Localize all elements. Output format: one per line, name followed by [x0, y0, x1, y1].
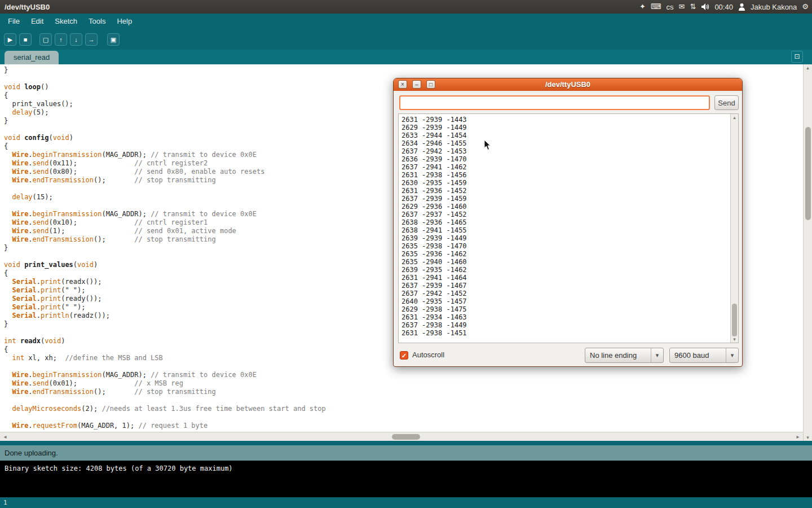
screen: /dev/ttyUSB0 ✦ ⌨ cs ✉ ⇅ 00:40 Jakub Kako… — [0, 0, 812, 508]
serial-monitor-window: × – □ /dev/ttyUSB0 Send 2631 -2939 -1443… — [393, 78, 743, 367]
autoscroll-label: Autoscroll — [412, 351, 444, 359]
close-button[interactable]: × — [398, 80, 407, 89]
serial-line: 2638 -2936 -1465 — [401, 218, 738, 226]
serial-line: 2631 -2938 -1451 — [401, 329, 738, 337]
serial-line: 2630 -2935 -1459 — [401, 179, 738, 187]
mail-icon[interactable]: ✉ — [679, 0, 685, 14]
code-line: Wire.requestFrom(MAG_ADDR, 1); // reques… — [4, 422, 803, 430]
code-line: Wire.send(0x01); // x MSB reg — [4, 379, 803, 388]
line-ending-select[interactable]: No line ending ▾ — [585, 348, 664, 363]
line-ending-value: No line ending — [585, 351, 651, 360]
divider — [0, 441, 812, 445]
clock[interactable]: 00:40 — [714, 3, 733, 11]
serial-line: 2635 -2940 -1460 — [401, 258, 738, 266]
serial-line: 2634 -2946 -1455 — [401, 139, 738, 147]
serial-line: 2629 -2936 -1460 — [401, 203, 738, 211]
serial-output-scroll-thumb[interactable] — [732, 304, 737, 336]
code-line: } — [4, 66, 803, 75]
user-name[interactable]: Jakub Kakona — [751, 3, 797, 11]
open-button[interactable]: ↑ — [55, 33, 67, 46]
scroll-down-icon[interactable]: ▾ — [731, 336, 738, 342]
code-line — [4, 396, 803, 405]
minimize-button[interactable]: – — [412, 80, 421, 89]
menu-sketch[interactable]: Sketch — [49, 14, 83, 29]
serial-line: 2637 -2939 -1459 — [401, 195, 738, 203]
line-indicator: 1 — [0, 497, 812, 508]
serial-lines: 2631 -2939 -14432629 -2939 -14492633 -29… — [399, 114, 738, 337]
serial-line: 2631 -2936 -1452 — [401, 187, 738, 195]
verify-button[interactable]: ▶ — [4, 33, 16, 46]
baud-value: 9600 baud — [670, 351, 726, 360]
serial-line: 2640 -2935 -1457 — [401, 297, 738, 305]
serial-input[interactable] — [399, 95, 710, 110]
save-button[interactable]: ↓ — [70, 33, 82, 46]
window-controls: × – □ — [398, 80, 435, 89]
code-line — [4, 413, 803, 422]
scroll-up-icon[interactable]: ▴ — [804, 65, 812, 71]
code-line: Wire.beginTransmission(MAG_ADDR); // tra… — [4, 371, 803, 379]
code-line: Wire.endTransmission(); // stop transmit… — [4, 388, 803, 396]
serial-line: 2635 -2938 -1470 — [401, 242, 738, 250]
chevron-down-icon[interactable]: ▾ — [651, 348, 663, 362]
editor-horizontal-scroll-thumb[interactable] — [392, 434, 420, 440]
serial-line: 2629 -2938 -1475 — [401, 305, 738, 313]
top-panel: /dev/ttyUSB0 ✦ ⌨ cs ✉ ⇅ 00:40 Jakub Kako… — [0, 0, 812, 14]
serial-output-scrollbar[interactable]: ▴ ▾ — [730, 114, 738, 343]
keyboard-icon[interactable]: ⌨ — [651, 0, 661, 14]
editor-vertical-scrollbar[interactable]: ▴ ▾ — [803, 64, 812, 441]
scroll-right-icon[interactable]: ▸ — [794, 432, 802, 441]
serial-line: 2631 -2941 -1464 — [401, 274, 738, 282]
serial-line: 2638 -2941 -1455 — [401, 226, 738, 234]
tab-serial-read[interactable]: serial_read — [5, 51, 59, 64]
maximize-button[interactable]: □ — [426, 80, 435, 89]
keyboard-layout-label[interactable]: cs — [667, 3, 674, 11]
serial-line: 2629 -2939 -1449 — [401, 124, 738, 132]
line-number: 1 — [3, 499, 7, 506]
status-indicator-icon[interactable]: ✦ — [639, 0, 646, 14]
code-line: delayMicroseconds(2); //needs at least 1… — [4, 405, 803, 413]
mouse-cursor — [484, 139, 492, 151]
menu-edit[interactable]: Edit — [25, 14, 49, 29]
serial-monitor-button[interactable]: ▣ — [107, 33, 120, 46]
serial-line: 2636 -2939 -1470 — [401, 155, 738, 163]
editor-horizontal-scrollbar[interactable]: ◂ ▸ — [0, 432, 803, 441]
serial-line: 2637 -2942 -1452 — [401, 290, 738, 297]
serial-monitor-titlebar[interactable]: × – □ /dev/ttyUSB0 — [394, 78, 742, 91]
serial-line: 2639 -2939 -1449 — [401, 234, 738, 242]
user-icon[interactable] — [738, 3, 745, 11]
tab-strip: serial_read ⊡ — [0, 50, 812, 64]
baud-select[interactable]: 9600 baud ▾ — [669, 348, 739, 363]
gear-icon[interactable]: ⚙ — [802, 0, 809, 14]
stop-button[interactable]: ■ — [19, 33, 32, 46]
serial-output[interactable]: 2631 -2939 -14432629 -2939 -14492633 -29… — [398, 113, 739, 343]
status-bar: Done uploading. — [0, 445, 812, 461]
serial-line: 2637 -2942 -1453 — [401, 147, 738, 155]
toolbar: ▶■▢↑↓→▣ — [0, 29, 812, 50]
scroll-down-icon[interactable]: ▾ — [804, 435, 812, 440]
serial-line: 2635 -2936 -1462 — [401, 250, 738, 258]
send-button[interactable]: Send — [714, 95, 739, 110]
tab-menu-button[interactable]: ⊡ — [791, 51, 803, 63]
panel-window-title: /dev/ttyUSB0 — [0, 3, 50, 11]
serial-line: 2631 -2939 -1443 — [401, 116, 738, 124]
menu-file[interactable]: File — [2, 14, 25, 29]
serial-line: 2631 -2938 -1456 — [401, 171, 738, 179]
serial-line: 2637 -2938 -1449 — [401, 321, 738, 329]
serial-monitor-title: /dev/ttyUSB0 — [394, 78, 742, 91]
new-sketch-button[interactable]: ▢ — [39, 33, 52, 46]
serial-line: 2637 -2939 -1467 — [401, 282, 738, 290]
scroll-up-icon[interactable]: ▴ — [731, 115, 738, 120]
upload-button[interactable]: → — [85, 33, 98, 46]
menu-help[interactable]: Help — [111, 14, 138, 29]
console-text: Binary sketch size: 4208 bytes (of a 307… — [0, 461, 812, 472]
scroll-left-icon[interactable]: ◂ — [1, 432, 9, 441]
menu-tools[interactable]: Tools — [83, 14, 111, 29]
serial-line: 2631 -2934 -1463 — [401, 313, 738, 321]
volume-icon[interactable] — [701, 3, 709, 11]
status-message: Done uploading. — [5, 449, 58, 457]
chevron-down-icon[interactable]: ▾ — [726, 348, 738, 362]
network-arrows-icon[interactable]: ⇅ — [690, 0, 696, 14]
serial-line: 2639 -2935 -1462 — [401, 266, 738, 274]
autoscroll-checkbox[interactable]: ✓ — [400, 351, 408, 360]
editor-vertical-scroll-thumb[interactable] — [805, 127, 811, 220]
